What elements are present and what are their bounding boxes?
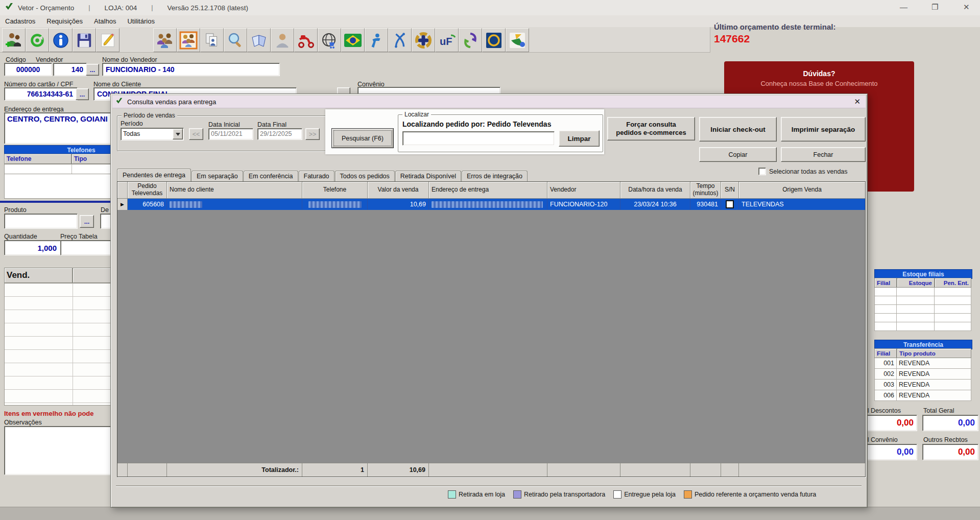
- data-final-field[interactable]: 29/12/2025: [257, 128, 302, 140]
- vendedor-field[interactable]: 140: [53, 63, 87, 76]
- produto-browse-button[interactable]: ...: [80, 215, 94, 228]
- cartao-browse-button[interactable]: ...: [76, 88, 89, 100]
- codigo-field[interactable]: 000000: [4, 63, 52, 76]
- imprimir-separacao-button[interactable]: Imprimir separação: [781, 117, 866, 141]
- transferencia-cell: REVENDA: [897, 369, 971, 380]
- toolbar-person-button[interactable]: [271, 28, 294, 52]
- forcar-consulta-button[interactable]: Forçar consulta pedidos e-commerces: [607, 117, 695, 140]
- toolbar-brazil-flag-button[interactable]: [341, 28, 365, 52]
- periodo-prev-button[interactable]: <<: [189, 128, 203, 140]
- grid-col-origem[interactable]: Origem Venda: [739, 182, 865, 199]
- maximize-button[interactable]: ❐: [931, 3, 938, 12]
- nome-vendedor-field[interactable]: FUNCIONARIO - 140: [102, 63, 280, 76]
- toolbar-clients-group-button[interactable]: [153, 28, 177, 52]
- toolbar-catalog-button[interactable]: [247, 28, 271, 52]
- close-button[interactable]: ✕: [963, 3, 970, 12]
- transferencia-table-body: 001REVENDA002REVENDA003REVENDA006REVENDA: [874, 358, 971, 401]
- data-inicial-field[interactable]: 05/11/2021: [208, 128, 253, 140]
- grid-col-datahora[interactable]: Data/hora da venda: [620, 182, 690, 199]
- quantidade-label: Quantidade: [4, 233, 37, 240]
- fechar-button[interactable]: Fechar: [781, 147, 866, 162]
- toolbar-gold-badge-button[interactable]: [412, 28, 435, 52]
- toolbar-search-button[interactable]: [224, 28, 247, 52]
- limpar-button[interactable]: Limpar: [559, 130, 600, 147]
- toolbar-info-button[interactable]: [49, 28, 73, 52]
- tab-2[interactable]: Em conferência: [244, 171, 298, 182]
- tab-4[interactable]: Todos os pedidos: [335, 171, 395, 182]
- localizar-input[interactable]: [402, 131, 555, 146]
- transf-col-tipo: Tipo produto: [897, 348, 971, 358]
- toolbar-dna-button[interactable]: [388, 28, 412, 52]
- table-row[interactable]: ▶ 605608 10,69 FUNCIONARIO-120 23/03/24 …: [117, 199, 865, 210]
- toolbar-clients-group-selected-button[interactable]: [177, 28, 200, 52]
- periodo-groupbox: Período de vendas Período Todas << Data …: [117, 115, 332, 151]
- grid-col-valor[interactable]: Valor da venda: [368, 182, 429, 199]
- toolbar-uf-logo-button[interactable]: uF: [435, 28, 459, 52]
- dialog-close-icon[interactable]: ✕: [854, 97, 861, 106]
- grid-col-pedido[interactable]: Pedido Televendas: [128, 182, 167, 199]
- tab-5[interactable]: Retirada Disponível: [395, 171, 461, 182]
- toolbar-person-blue-button[interactable]: [365, 28, 388, 52]
- vendedor-browse-button[interactable]: ...: [86, 64, 99, 76]
- tab-6[interactable]: Erros de integração: [462, 171, 528, 182]
- brazil-flag-icon: [343, 32, 363, 49]
- produto-field[interactable]: [4, 214, 78, 229]
- toolbar-delivery-button[interactable]: [294, 28, 318, 52]
- quantidade-field[interactable]: 1,000: [4, 240, 61, 255]
- toolbar-swoosh-logo-button[interactable]: [506, 28, 529, 52]
- menu-utilitarios[interactable]: Utilitários: [127, 17, 154, 25]
- toolbar-edit-button[interactable]: [96, 28, 119, 52]
- search-icon: [226, 31, 245, 50]
- row-sn-checkbox[interactable]: [726, 200, 734, 208]
- clients-group-icon: [156, 31, 174, 50]
- catalog-book-icon: [250, 31, 268, 50]
- grid-col-vendedor[interactable]: Vendedor: [547, 182, 620, 199]
- row-sn-cell: [721, 199, 739, 210]
- dna-icon: [391, 32, 409, 49]
- grid-header-row: Pedido Televendas Nome do cliente Telefo…: [117, 182, 865, 199]
- pesquisar-button[interactable]: Pesquisar (F6): [331, 128, 394, 148]
- transferencia-cell: REVENDA: [897, 380, 971, 390]
- toolbar-navy-ring-button[interactable]: [482, 28, 506, 52]
- toolbar-save-button[interactable]: [73, 28, 96, 52]
- tab-1[interactable]: Em separação: [192, 171, 243, 182]
- minimize-button[interactable]: —: [900, 3, 907, 11]
- grid-col-telefone[interactable]: Telefone: [302, 182, 368, 199]
- row-endereco-cell: [429, 199, 547, 210]
- toolbar-refresh-button[interactable]: [26, 28, 49, 52]
- toolbar-copy-documents-button[interactable]: [200, 28, 224, 52]
- tab-0[interactable]: Pendentes de entrega: [117, 169, 191, 181]
- tab-3[interactable]: Faturado: [299, 171, 334, 182]
- periodo-next-button[interactable]: >>: [305, 128, 320, 140]
- copiar-button[interactable]: Copiar: [699, 147, 777, 162]
- vendedor-label: Vendedor: [36, 56, 63, 63]
- title-bar: Vetor - Orçamento | LOJA: 004 | Versão 2…: [0, 0, 980, 15]
- combobox-dropdown-button[interactable]: [173, 129, 183, 139]
- menu-requisicoes[interactable]: Requisições: [46, 17, 83, 25]
- localizar-groupbox: Localizar Localizando pedido por: Pedido…: [398, 114, 603, 152]
- grid-col-tempo[interactable]: Tempo (minutos): [690, 182, 721, 199]
- copy-documents-icon: [203, 32, 221, 49]
- row-telefone-cell: [302, 199, 368, 210]
- select-all-checkbox[interactable]: [758, 168, 766, 175]
- periodo-combobox[interactable]: Todas: [121, 128, 184, 140]
- grid-col-sn[interactable]: S/N: [721, 182, 739, 199]
- toolbar-web-cart-button[interactable]: [318, 28, 341, 52]
- menu-cadastros[interactable]: Cadastros: [5, 17, 35, 25]
- data-final-value: 29/12/2025: [260, 130, 292, 137]
- person-icon: [274, 32, 291, 49]
- grid-col-endereco[interactable]: Endereço de entrega: [429, 182, 547, 199]
- menu-atalhos[interactable]: Atalhos: [94, 17, 116, 25]
- iniciar-checkout-button[interactable]: Iniciar check-out: [699, 117, 777, 141]
- dialog-title-bar[interactable]: Consulta vendas para entrega ✕: [112, 96, 866, 108]
- grid-col-cliente[interactable]: Nome do cliente: [167, 182, 302, 199]
- cartao-field[interactable]: 766134343-61: [4, 87, 78, 101]
- tot-endereco: [429, 463, 547, 477]
- toolbar-swirl-button[interactable]: [459, 28, 482, 52]
- estoque-empty-cell: [897, 305, 935, 314]
- legend-swatch: [684, 490, 692, 499]
- grid-empty-area[interactable]: [117, 210, 865, 463]
- estoque-col-filial: Filial: [874, 278, 897, 288]
- toolbar-add-client-button[interactable]: [2, 28, 26, 52]
- tot-pedido: [128, 463, 167, 477]
